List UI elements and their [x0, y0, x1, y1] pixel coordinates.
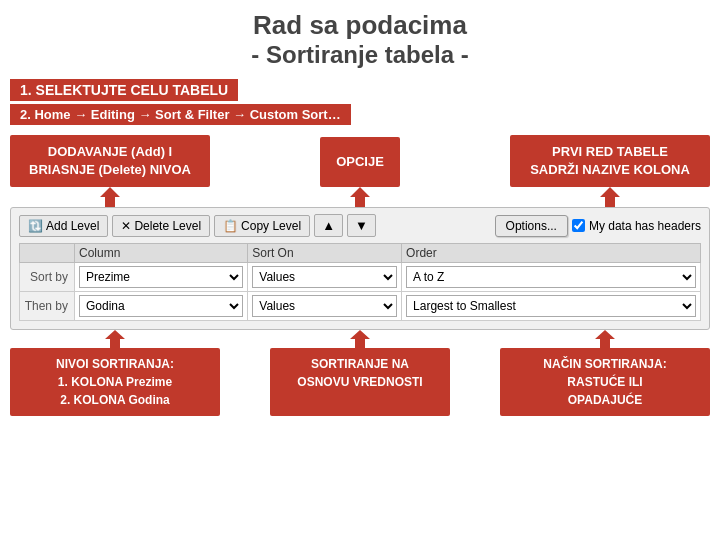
steps-area: 1. SELEKTUJTE CELU TABELU 2. Home → Edit…	[0, 75, 720, 129]
svg-marker-2	[600, 187, 620, 207]
table-row: Sort byPrezimeValuesA to Z	[20, 263, 701, 292]
sort-dialog: 🔃 Add Level ✕ Delete Level 📋 Copy Level …	[10, 207, 710, 330]
title-line2: - Sortiranje tabela -	[0, 41, 720, 69]
bottom-callout-levels: NIVOI SORTIRANJA: 1. KOLONA Prezime 2. K…	[10, 348, 220, 416]
step1-label: 1. SELEKTUJTE CELU TABELU	[10, 79, 238, 101]
bottom-callout-order: NAČIN SORTIRANJA: RASTUĆE ILI OPADAJUĆE	[500, 348, 710, 416]
move-down-button[interactable]: ▼	[347, 214, 376, 237]
bottom-callout-sorton: SORTIRANJE NA OSNOVU VREDNOSTI	[270, 348, 450, 416]
delete-icon: ✕	[121, 219, 131, 233]
move-up-button[interactable]: ▲	[314, 214, 343, 237]
add-level-button[interactable]: 🔃 Add Level	[19, 215, 108, 237]
bottom-callout-row: NIVOI SORTIRANJA: 1. KOLONA Prezime 2. K…	[0, 348, 720, 416]
column-select-1[interactable]: Godina	[79, 295, 243, 317]
delete-level-button[interactable]: ✕ Delete Level	[112, 215, 210, 237]
copy-icon: 📋	[223, 219, 238, 233]
arrow-sort-on	[270, 330, 450, 348]
order-select-0[interactable]: A to Z	[406, 266, 696, 288]
sorton-select-0[interactable]: Values	[252, 266, 397, 288]
step2-label: 2. Home → Editing → Sort & Filter → Cust…	[10, 104, 351, 125]
sort-toolbar: 🔃 Add Level ✕ Delete Level 📋 Copy Level …	[19, 214, 701, 237]
arrow-add-delete	[10, 187, 210, 207]
column-select-0[interactable]: Prezime	[79, 266, 243, 288]
order-select-1[interactable]: Largest to Smallest	[406, 295, 696, 317]
callout-first-row: PRVI RED TABELE SADRŽI NAZIVE KOLONA	[510, 135, 710, 187]
page-container: Rad sa podacima - Sortiranje tabela - 1.…	[0, 0, 720, 540]
col-column-header: Column	[75, 244, 248, 263]
sort-row-column-1: Godina	[75, 292, 248, 321]
col-sorton-header: Sort On	[248, 244, 402, 263]
sort-row-label-1: Then by	[20, 292, 75, 321]
callout-row: DODAVANJE (Add) I BRIASNJE (Delete) NIVO…	[0, 129, 720, 187]
sort-row-order-0: A to Z	[402, 263, 701, 292]
options-button[interactable]: Options...	[495, 215, 568, 237]
arrow-order	[500, 330, 710, 348]
sort-table: Column Sort On Order Sort byPrezimeValue…	[19, 243, 701, 321]
svg-marker-5	[595, 330, 615, 348]
sort-row-order-1: Largest to Smallest	[402, 292, 701, 321]
my-data-headers-checkbox[interactable]	[572, 219, 585, 232]
title-area: Rad sa podacima - Sortiranje tabela -	[0, 0, 720, 75]
callout-add-delete: DODAVANJE (Add) I BRIASNJE (Delete) NIVO…	[10, 135, 210, 187]
my-data-headers-label: My data has headers	[589, 219, 701, 233]
add-icon: 🔃	[28, 219, 43, 233]
arrow-levels	[10, 330, 220, 348]
my-data-headers-checkbox-area: My data has headers	[572, 219, 701, 233]
table-row: Then byGodinaValuesLargest to Smallest	[20, 292, 701, 321]
sort-row-label-0: Sort by	[20, 263, 75, 292]
arrows-top	[0, 187, 720, 207]
sort-row-sorton-1: Values	[248, 292, 402, 321]
callout-options: OPCIJE	[320, 137, 400, 187]
arrows-bottom	[0, 330, 720, 348]
sort-row-sorton-0: Values	[248, 263, 402, 292]
arrow-options	[320, 187, 400, 207]
svg-marker-4	[350, 330, 370, 348]
arrow-first-row	[510, 187, 710, 207]
copy-level-button[interactable]: 📋 Copy Level	[214, 215, 310, 237]
sort-row-column-0: Prezime	[75, 263, 248, 292]
sorton-select-1[interactable]: Values	[252, 295, 397, 317]
svg-marker-1	[350, 187, 370, 207]
svg-marker-3	[105, 330, 125, 348]
svg-marker-0	[100, 187, 120, 207]
col-empty-header	[20, 244, 75, 263]
col-order-header: Order	[402, 244, 701, 263]
title-line1: Rad sa podacima	[0, 10, 720, 41]
